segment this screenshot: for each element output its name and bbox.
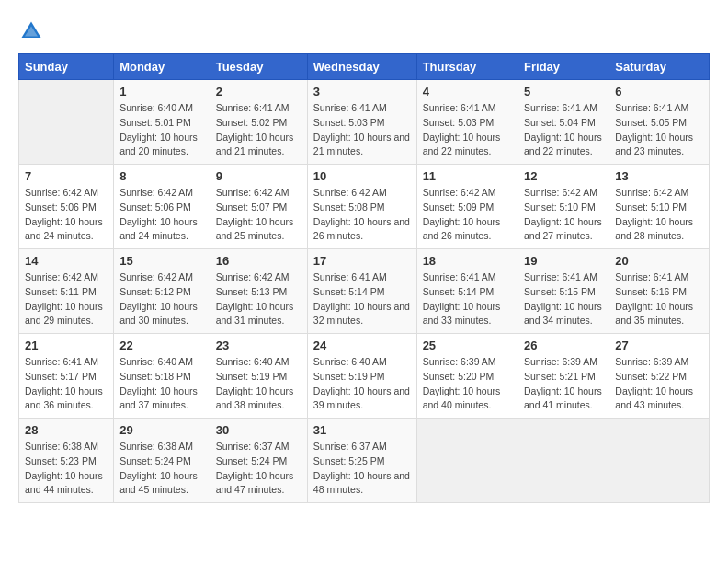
daylight-hours: Daylight: 10 hours and 47 minutes. [216,470,294,496]
logo [18,18,48,44]
day-info: Sunrise: 6:41 AMSunset: 5:14 PMDaylight:… [313,270,411,328]
weekday-header: Monday [114,54,210,80]
logo-icon [18,18,44,44]
sunset-time: Sunset: 5:22 PM [615,371,687,382]
daylight-hours: Daylight: 10 hours and 25 minutes. [216,216,294,242]
weekday-header: Tuesday [210,54,307,80]
day-info: Sunrise: 6:41 AMSunset: 5:02 PMDaylight:… [216,101,301,159]
day-info: Sunrise: 6:37 AMSunset: 5:24 PMDaylight:… [216,440,301,498]
day-info: Sunrise: 6:41 AMSunset: 5:04 PMDaylight:… [524,101,603,159]
day-number: 7 [25,169,108,183]
sunrise-time: Sunrise: 6:37 AM [313,441,387,452]
day-number: 26 [524,339,603,352]
sunrise-time: Sunrise: 6:39 AM [423,356,496,367]
calendar-day-cell [609,419,710,503]
day-info: Sunrise: 6:42 AMSunset: 5:13 PMDaylight:… [216,270,301,328]
calendar-table: SundayMondayTuesdayWednesdayThursdayFrid… [18,53,710,503]
sunrise-time: Sunrise: 6:40 AM [313,356,387,367]
sunset-time: Sunset: 5:10 PM [524,201,596,213]
weekday-header: Friday [518,54,609,80]
day-info: Sunrise: 6:40 AMSunset: 5:18 PMDaylight:… [119,355,204,413]
daylight-hours: Daylight: 10 hours and 28 minutes. [615,216,693,242]
sunrise-time: Sunrise: 6:42 AM [216,271,290,282]
daylight-hours: Daylight: 10 hours and 22 minutes. [524,132,602,157]
sunrise-time: Sunrise: 6:41 AM [524,102,597,113]
calendar-week-row: 7Sunrise: 6:42 AMSunset: 5:06 PMDaylight… [19,165,710,249]
calendar-day-cell [416,419,518,503]
sunrise-time: Sunrise: 6:41 AM [216,102,290,113]
daylight-hours: Daylight: 10 hours and 34 minutes. [524,301,602,327]
sunset-time: Sunset: 5:02 PM [216,117,288,128]
day-number: 19 [524,254,603,268]
daylight-hours: Daylight: 10 hours and 48 minutes. [313,470,410,496]
sunrise-time: Sunrise: 6:39 AM [615,356,688,367]
daylight-hours: Daylight: 10 hours and 23 minutes. [615,132,693,157]
sunset-time: Sunset: 5:12 PM [119,286,191,297]
calendar-day-cell: 7Sunrise: 6:42 AMSunset: 5:06 PMDaylight… [19,165,114,249]
sunset-time: Sunset: 5:10 PM [615,201,687,213]
sunrise-time: Sunrise: 6:42 AM [216,187,290,198]
calendar-day-cell: 9Sunrise: 6:42 AMSunset: 5:07 PMDaylight… [210,165,307,249]
day-info: Sunrise: 6:42 AMSunset: 5:10 PMDaylight:… [524,186,603,244]
day-info: Sunrise: 6:40 AMSunset: 5:19 PMDaylight:… [216,355,301,413]
day-number: 23 [216,339,301,352]
day-info: Sunrise: 6:41 AMSunset: 5:15 PMDaylight:… [524,270,603,328]
sunrise-time: Sunrise: 6:40 AM [119,356,193,367]
calendar-day-cell: 6Sunrise: 6:41 AMSunset: 5:05 PMDaylight… [609,80,710,165]
sunset-time: Sunset: 5:17 PM [25,371,97,382]
day-number: 6 [615,85,703,98]
calendar-day-cell: 29Sunrise: 6:38 AMSunset: 5:24 PMDayligh… [114,419,210,503]
weekday-header: Saturday [609,54,710,80]
weekday-header: Sunday [19,54,114,80]
day-info: Sunrise: 6:37 AMSunset: 5:25 PMDaylight:… [313,440,411,498]
sunrise-time: Sunrise: 6:42 AM [615,187,688,198]
day-info: Sunrise: 6:41 AMSunset: 5:05 PMDaylight:… [615,101,703,159]
calendar-day-cell: 5Sunrise: 6:41 AMSunset: 5:04 PMDaylight… [518,80,609,165]
sunrise-time: Sunrise: 6:41 AM [615,271,688,282]
day-number: 8 [119,169,204,183]
sunrise-time: Sunrise: 6:41 AM [25,356,98,367]
sunset-time: Sunset: 5:06 PM [25,201,97,213]
day-number: 25 [423,339,512,352]
day-number: 22 [119,339,204,352]
sunset-time: Sunset: 5:24 PM [119,455,191,466]
calendar-day-cell: 24Sunrise: 6:40 AMSunset: 5:19 PMDayligh… [307,334,416,419]
day-info: Sunrise: 6:38 AMSunset: 5:24 PMDaylight:… [119,440,204,498]
day-info: Sunrise: 6:41 AMSunset: 5:14 PMDaylight:… [423,270,512,328]
daylight-hours: Daylight: 10 hours and 21 minutes. [313,132,410,157]
day-number: 2 [216,85,301,98]
day-number: 20 [615,254,703,268]
day-number: 12 [524,169,603,183]
calendar-day-cell: 2Sunrise: 6:41 AMSunset: 5:02 PMDaylight… [210,80,307,165]
sunset-time: Sunset: 5:19 PM [313,371,385,382]
day-number: 4 [423,85,512,98]
daylight-hours: Daylight: 10 hours and 36 minutes. [25,385,103,411]
calendar-week-row: 14Sunrise: 6:42 AMSunset: 5:11 PMDayligh… [19,249,710,334]
calendar-day-cell: 8Sunrise: 6:42 AMSunset: 5:06 PMDaylight… [114,165,210,249]
day-info: Sunrise: 6:39 AMSunset: 5:22 PMDaylight:… [615,355,703,413]
sunset-time: Sunset: 5:19 PM [216,371,288,382]
day-number: 21 [25,339,108,352]
calendar-day-cell: 27Sunrise: 6:39 AMSunset: 5:22 PMDayligh… [609,334,710,419]
day-info: Sunrise: 6:39 AMSunset: 5:20 PMDaylight:… [423,355,512,413]
daylight-hours: Daylight: 10 hours and 38 minutes. [216,385,294,411]
sunset-time: Sunset: 5:09 PM [423,201,495,213]
daylight-hours: Daylight: 10 hours and 40 minutes. [423,385,501,411]
day-number: 13 [615,169,703,183]
day-info: Sunrise: 6:42 AMSunset: 5:06 PMDaylight:… [119,186,204,244]
calendar-day-cell: 13Sunrise: 6:42 AMSunset: 5:10 PMDayligh… [609,165,710,249]
sunset-time: Sunset: 5:16 PM [615,286,687,297]
calendar-day-cell: 21Sunrise: 6:41 AMSunset: 5:17 PMDayligh… [19,334,114,419]
daylight-hours: Daylight: 10 hours and 33 minutes. [423,301,501,327]
sunset-time: Sunset: 5:24 PM [216,455,288,466]
calendar-day-cell: 25Sunrise: 6:39 AMSunset: 5:20 PMDayligh… [416,334,518,419]
calendar-week-row: 28Sunrise: 6:38 AMSunset: 5:23 PMDayligh… [19,419,710,503]
day-number: 14 [25,254,108,268]
daylight-hours: Daylight: 10 hours and 29 minutes. [25,301,103,327]
day-number: 5 [524,85,603,98]
page-header [18,18,710,44]
calendar-week-row: 21Sunrise: 6:41 AMSunset: 5:17 PMDayligh… [19,334,710,419]
calendar-day-cell: 23Sunrise: 6:40 AMSunset: 5:19 PMDayligh… [210,334,307,419]
sunset-time: Sunset: 5:15 PM [524,286,596,297]
sunset-time: Sunset: 5:14 PM [313,286,385,297]
